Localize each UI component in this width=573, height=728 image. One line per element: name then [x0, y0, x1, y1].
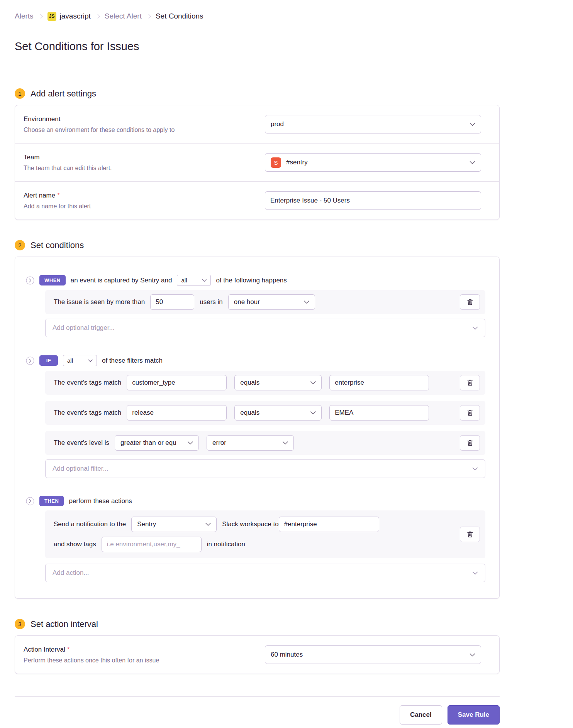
trash-icon	[467, 299, 473, 306]
action-interval-control: 60 minutes	[265, 645, 481, 664]
environment-control: prod	[265, 115, 481, 133]
conditions-panel: WHEN an event is captured by Sentry and …	[15, 257, 500, 599]
chevron-down-icon	[472, 326, 478, 330]
if-header: IF all of these filters match	[26, 355, 485, 366]
alert-name-row: Alert name* Add a name for this alert	[15, 181, 499, 220]
when-text-after: of the following happens	[216, 277, 286, 284]
tag-op-select[interactable]: equals	[234, 405, 322, 421]
chevron-down-icon	[310, 411, 316, 414]
delete-trigger-button[interactable]	[460, 294, 480, 310]
team-help: The team that can edit this alert.	[24, 165, 253, 172]
section-header-alert-settings: 1 Add alert settings	[15, 88, 500, 99]
breadcrumb-select-alert[interactable]: Select Alert	[105, 12, 142, 20]
chevron-down-icon	[283, 441, 288, 444]
action-interval-label: Action Interval*	[24, 645, 253, 654]
save-rule-button[interactable]: Save Rule	[448, 705, 500, 725]
delete-action-button[interactable]	[460, 527, 480, 542]
chevron-down-icon	[470, 161, 475, 164]
trash-icon	[467, 439, 473, 446]
delete-filter-button[interactable]	[460, 405, 480, 421]
level-value-select[interactable]: error	[207, 435, 294, 451]
tag-op-select[interactable]: equals	[234, 375, 322, 390]
user-count-input[interactable]	[150, 294, 194, 310]
environment-help: Choose an environment for these conditio…	[24, 127, 253, 133]
when-match-select[interactable]: all	[177, 275, 211, 286]
breadcrumb-project[interactable]: JS javascript	[47, 12, 91, 21]
section-heading-alert-settings: Add alert settings	[31, 89, 96, 99]
when-expand-icon[interactable]	[26, 276, 34, 285]
action-interval-value: 60 minutes	[271, 651, 466, 659]
step-1-badge: 1	[15, 88, 25, 99]
when-header: WHEN an event is captured by Sentry and …	[26, 275, 485, 286]
if-body: The event's tags match equals The event'…	[45, 371, 485, 478]
if-expand-icon[interactable]	[26, 356, 34, 365]
if-text-after: of these filters match	[102, 357, 163, 365]
filter-label: The event's tags match	[54, 409, 121, 417]
javascript-platform-icon: JS	[47, 12, 56, 21]
action-interval-help: Perform these actions once this often fo…	[24, 657, 253, 664]
breadcrumb-current: Set Conditions	[156, 12, 203, 20]
level-value: error	[212, 439, 280, 447]
environment-label: Environment	[24, 115, 253, 123]
chevron-down-icon	[304, 301, 309, 304]
level-op-value: greater than or equ	[120, 439, 185, 447]
if-match-value: all	[67, 357, 85, 364]
when-text-before: an event is captured by Sentry and	[71, 277, 172, 284]
page-title: Set Conditions for Issues	[15, 39, 573, 53]
team-select-value: #sentry	[286, 159, 466, 166]
workspace-select[interactable]: Sentry	[131, 517, 217, 532]
alert-name-input[interactable]	[265, 191, 481, 210]
environment-select[interactable]: prod	[265, 115, 481, 133]
tags-input[interactable]	[102, 537, 202, 552]
then-text: perform these actions	[69, 497, 132, 505]
environment-select-value: prod	[271, 120, 466, 128]
when-rule-text-1: The issue is seen by more than	[54, 298, 145, 306]
action-interval-panel: Action Interval* Perform these actions o…	[15, 635, 500, 674]
action-text-3: and show tags	[54, 541, 96, 548]
team-row: Team The team that can edit this alert. …	[15, 143, 499, 181]
level-op-select[interactable]: greater than or equ	[115, 435, 199, 451]
when-rule-text-2: users in	[200, 298, 223, 306]
breadcrumb-alerts[interactable]: Alerts	[15, 12, 34, 20]
action-text-1: Send a notification to the	[54, 520, 126, 528]
tag-value-input[interactable]	[329, 405, 429, 421]
add-trigger-select[interactable]: Add optional trigger...	[45, 319, 485, 337]
interval-select[interactable]: one hour	[228, 294, 315, 310]
delete-filter-button[interactable]	[460, 375, 480, 390]
add-action-placeholder: Add action...	[53, 569, 472, 577]
footer-divider	[15, 696, 500, 697]
chevron-right-icon	[95, 14, 100, 18]
when-badge: WHEN	[39, 275, 66, 285]
filter-label: The event's level is	[54, 439, 109, 447]
then-badge: THEN	[39, 496, 64, 506]
section-header-set-conditions: 2 Set conditions	[15, 240, 500, 250]
action-interval-select[interactable]: 60 minutes	[265, 645, 481, 664]
tag-key-input[interactable]	[127, 375, 227, 390]
slack-action-content: Send a notification to the Sentry Slack …	[54, 515, 460, 554]
if-match-select[interactable]: all	[63, 355, 97, 366]
tag-value-input[interactable]	[329, 375, 429, 390]
channel-input[interactable]	[279, 517, 379, 532]
filter-row-release: The event's tags match equals	[45, 401, 485, 425]
team-avatar: S	[271, 157, 281, 168]
delete-filter-button[interactable]	[460, 435, 480, 451]
add-filter-select[interactable]: Add optional filter...	[45, 459, 485, 478]
step-2-badge: 2	[15, 240, 25, 250]
add-action-select[interactable]: Add action...	[45, 564, 485, 582]
alert-name-label-text: Alert name	[24, 192, 55, 199]
when-rule-row: The issue is seen by more than users in …	[45, 290, 485, 314]
chevron-down-icon	[472, 571, 478, 575]
required-asterisk: *	[57, 192, 60, 199]
alert-name-help: Add a name for this alert	[24, 203, 253, 210]
chevron-down-icon	[88, 359, 93, 362]
tag-key-input[interactable]	[127, 405, 227, 421]
cancel-button[interactable]: Cancel	[400, 705, 442, 725]
chevron-right-icon	[38, 14, 42, 18]
then-expand-icon[interactable]	[26, 497, 34, 505]
chevron-down-icon	[205, 523, 211, 526]
main-content: 1 Add alert settings Environment Choose …	[15, 88, 500, 725]
when-body: The issue is seen by more than users in …	[45, 290, 485, 337]
chevron-down-icon	[310, 381, 316, 384]
section-header-action-interval: 3 Set action interval	[15, 619, 500, 629]
team-select[interactable]: S #sentry	[265, 153, 481, 172]
